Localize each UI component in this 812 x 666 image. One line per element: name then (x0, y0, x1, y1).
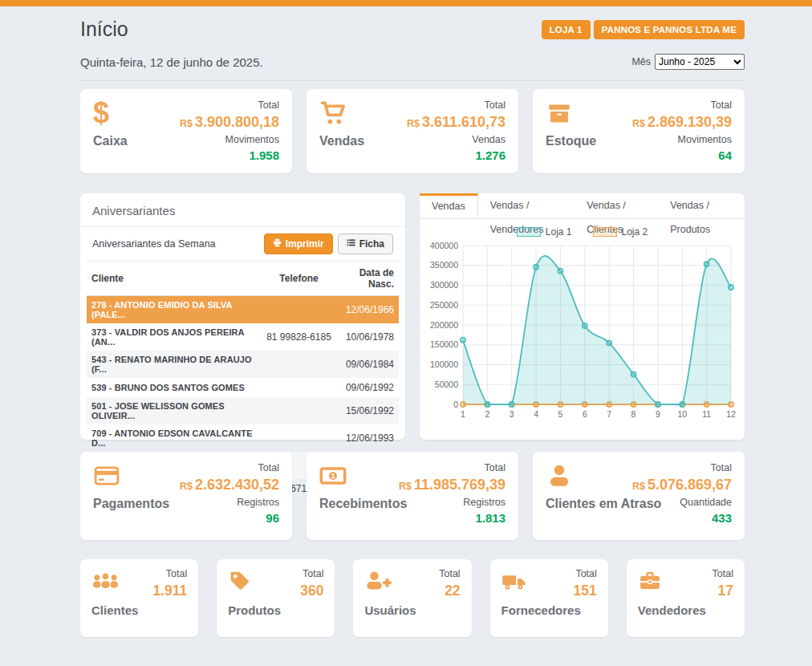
sub-label: Movimentos (180, 133, 279, 147)
chart-tabs: Vendas Vendas / Vendedores Vendas / Clie… (420, 193, 745, 219)
total-label: Total (407, 99, 505, 112)
list-icon (347, 238, 355, 250)
stat-card-pagamentos: Pagamentos Total R$2.632.430,52 Registro… (80, 452, 292, 540)
count-value: 17 (713, 581, 733, 600)
users-icon (91, 569, 120, 593)
svg-text:200000: 200000 (430, 320, 458, 330)
svg-text:50000: 50000 (435, 380, 458, 389)
svg-text:100000: 100000 (430, 359, 458, 369)
count-label: Vendedores (638, 603, 706, 617)
table-row[interactable]: 709 - ANTONIO EDSON CAVALCANTE D... 12/0… (87, 424, 399, 452)
dashboard: Início LOJA 1 PANNOS E PANNOS LTDA ME Qu… (80, 6, 745, 637)
svg-text:2: 2 (485, 409, 489, 419)
svg-text:9: 9 (656, 409, 660, 419)
col-client: Cliente (87, 262, 258, 296)
sub-label: Quantidade (632, 496, 732, 510)
money-bill-icon: 1 (319, 462, 347, 493)
svg-text:400000: 400000 (430, 241, 458, 250)
credit-card-icon (93, 462, 120, 493)
stat-card-recebimentos: 1 Recebimentos Total R$11.985.769,39 Reg… (307, 452, 518, 540)
total-label: Total (399, 461, 505, 475)
tab-vendas-clientes[interactable]: Vendas / Clientes (574, 193, 658, 218)
sales-chart: 0500001000001500002000002500003000003500… (426, 238, 737, 430)
svg-text:7: 7 (607, 409, 611, 419)
user-plus-icon (364, 569, 392, 593)
table-row[interactable]: 539 - BRUNO DOS SANTOS GOMES 09/06/1992 (87, 378, 399, 397)
count-value: 360 (300, 581, 323, 600)
sub-label: Movimentos (632, 133, 732, 147)
count-label: Fornecedores (501, 603, 581, 617)
stat-card-clientes-atraso: Clientes em Atraso Total R$5.076.869,67 … (533, 452, 745, 540)
page-title: Início (80, 18, 128, 41)
company-button[interactable]: PANNOS E PANNOS LTDA ME (594, 20, 745, 39)
sub-value: 1.958 (180, 147, 279, 164)
svg-text:3: 3 (510, 409, 514, 419)
table-row[interactable]: 278 - ANTONIO EMIDIO DA SILVA (PALE... 1… (87, 296, 399, 324)
total-value: R$3.900.800,18 (180, 112, 279, 133)
stat-card-estoque: Estoque Total R$2.869.130,39 Movimentos … (533, 89, 745, 173)
total-label: Total (180, 461, 279, 475)
user-icon (546, 462, 573, 493)
total-value: R$11.985.769,39 (399, 475, 505, 496)
tab-vendas-vendedores[interactable]: Vendas / Vendedores (478, 193, 574, 218)
count-card-fornecedores: Total 151 Fornecedores (490, 559, 608, 637)
total-value: R$2.632.430,52 (180, 475, 279, 496)
svg-text:11: 11 (702, 409, 711, 419)
print-button[interactable]: Imprimir (264, 234, 333, 254)
total-label: Total (632, 99, 732, 112)
svg-text:6: 6 (583, 409, 587, 419)
loja2-swatch (593, 227, 617, 237)
count-label: Usuários (364, 603, 416, 617)
total-value: R$3.611.610,73 (407, 112, 505, 133)
sales-chart-card: Vendas Vendas / Vendedores Vendas / Clie… (420, 193, 745, 440)
svg-text:10: 10 (677, 409, 687, 419)
stat-label: Pagamentos (93, 497, 169, 511)
month-select[interactable]: Junho - 2025 (655, 54, 745, 70)
sub-value: 1.813 (399, 510, 505, 526)
table-row[interactable]: 373 - VALDIR DOS ANJOS PEREIRA (AN... 81… (87, 323, 399, 351)
stat-label: Recebimentos (319, 497, 407, 511)
svg-text:1: 1 (331, 472, 335, 480)
svg-text:0: 0 (453, 400, 458, 409)
sub-label: Registros (180, 496, 279, 510)
svg-text:5: 5 (558, 409, 563, 419)
svg-text:250000: 250000 (430, 300, 458, 310)
dollar-icon: $ (93, 99, 109, 130)
stat-label: Estoque (546, 134, 596, 148)
total-label: Total (180, 99, 279, 112)
count-label: Clientes (91, 603, 138, 617)
count-value: 1.911 (152, 581, 187, 600)
loja1-swatch (517, 227, 541, 237)
stat-label: Vendas (319, 134, 364, 148)
count-value: 22 (439, 581, 460, 600)
total-label: Total (152, 567, 187, 581)
birthdays-subtitle: Aniversariantes da Semana (92, 238, 216, 250)
sub-value: 64 (632, 147, 732, 164)
month-label: Mês (631, 56, 651, 67)
count-card-vendedores: Total 17 Vendedores (627, 559, 745, 637)
sub-label: Registros (399, 496, 505, 510)
sub-value: 96 (180, 510, 279, 526)
tab-vendas-produtos[interactable]: Vendas / Produtos (658, 193, 745, 218)
total-label: Total (300, 567, 323, 581)
sub-value: 1.276 (407, 147, 505, 164)
table-row[interactable]: 543 - RENATO MARINHO DE ARAUJO (F... 09/… (87, 351, 399, 378)
tab-vendas[interactable]: Vendas (420, 193, 478, 218)
svg-text:350000: 350000 (430, 260, 458, 270)
ficha-button[interactable]: Ficha (338, 234, 393, 254)
tag-icon (228, 569, 252, 593)
legend-loja1[interactable]: Loja 1 (517, 226, 572, 238)
table-row[interactable]: 501 - JOSE WELISSON GOMES OLIVEIR... 15/… (87, 397, 399, 424)
briefcase-icon (638, 569, 662, 593)
total-label: Total (713, 567, 733, 581)
svg-text:4: 4 (534, 409, 538, 419)
stat-label: Caixa (93, 134, 128, 148)
legend-loja2[interactable]: Loja 2 (593, 226, 648, 238)
top-accent-bar (0, 0, 812, 6)
count-card-produtos: Total 360 Produtos (217, 559, 335, 637)
count-card-usuarios: Total 22 Usuários (353, 559, 471, 637)
total-label: Total (632, 461, 732, 475)
printer-icon (273, 238, 282, 250)
svg-text:8: 8 (631, 409, 636, 419)
store-button[interactable]: LOJA 1 (542, 20, 591, 39)
